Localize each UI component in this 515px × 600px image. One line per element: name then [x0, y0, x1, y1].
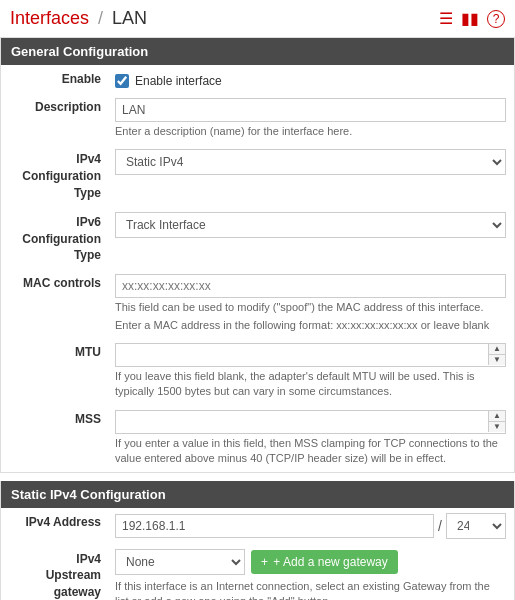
mss-label: MSS [1, 405, 111, 472]
add-gateway-button[interactable]: + + Add a new gateway [251, 550, 398, 574]
ipv6-config-select[interactable]: Track Interface Static IPv6 DHCP6 None [115, 212, 506, 238]
mtu-label: MTU [1, 338, 111, 405]
breadcrumb-root[interactable]: Interfaces [10, 8, 89, 28]
mss-increment[interactable]: ▲ [489, 411, 505, 422]
ipv4-address-field: / 32313029 28272625 242322 2120168 [111, 508, 514, 544]
static-ipv4-header: Static IPv4 Configuration [1, 481, 514, 508]
mss-row: MSS ▲ ▼ If you enter a value in this fie… [1, 405, 514, 472]
mss-help: If you enter a value in this field, then… [115, 436, 506, 467]
enable-checkbox-row: Enable interface [115, 70, 506, 88]
mtu-field: ▲ ▼ If you leave this field blank, the a… [111, 338, 514, 405]
cidr-slash: / [438, 518, 442, 534]
ipv4-address-label: IPv4 Address [1, 508, 111, 544]
mtu-input[interactable] [116, 344, 488, 366]
description-input[interactable] [115, 98, 506, 122]
static-ipv4-section: Static IPv4 Configuration IPv4 Address /… [0, 481, 515, 600]
enable-checkbox[interactable] [115, 74, 129, 88]
gateway-help1: If this interface is an Internet connect… [115, 579, 506, 600]
enable-field: Enable interface [111, 65, 514, 93]
upstream-gateway-select[interactable]: None [115, 549, 245, 575]
mac-input[interactable] [115, 274, 506, 298]
mtu-row: MTU ▲ ▼ If you leave this field blank, t… [1, 338, 514, 405]
help-icon[interactable]: ? [487, 10, 505, 28]
description-label: Description [1, 93, 111, 144]
general-config-section: General Configuration Enable Enable inte… [0, 38, 515, 473]
description-help: Enter a description (name) for the inter… [115, 124, 506, 139]
breadcrumb: Interfaces / LAN [10, 8, 147, 29]
filter-icon[interactable]: ☰ [439, 9, 453, 28]
static-ipv4-table: IPv4 Address / 32313029 28272625 242322 … [1, 508, 514, 600]
ipv6-config-label: IPv6ConfigurationType [1, 207, 111, 269]
enable-label: Enable [1, 65, 111, 93]
add-gateway-label: + Add a new gateway [273, 555, 387, 569]
ipv4-config-field: Static IPv4 DHCP PPPoE None [111, 144, 514, 206]
ipv6-config-row: IPv6ConfigurationType Track Interface St… [1, 207, 514, 269]
ipv4-config-label: IPv4ConfigurationType [1, 144, 111, 206]
cidr-select[interactable]: 32313029 28272625 242322 2120168 [446, 513, 506, 539]
mac-controls-row: MAC controls This field can be used to m… [1, 269, 514, 338]
mss-decrement[interactable]: ▼ [489, 422, 505, 432]
mtu-spinner: ▲ ▼ [115, 343, 506, 367]
upstream-gateway-row: IPv4Upstreamgateway None + + Add a new g… [1, 544, 514, 600]
ipv4-config-select[interactable]: Static IPv4 DHCP PPPoE None [115, 149, 506, 175]
mac-controls-label: MAC controls [1, 269, 111, 338]
mac-help1: This field can be used to modify ("spoof… [115, 300, 506, 315]
page-header: Interfaces / LAN ☰ ▮▮ ? [0, 0, 515, 38]
ipv6-config-field: Track Interface Static IPv6 DHCP6 None [111, 207, 514, 269]
ipv4-address-input[interactable] [115, 514, 434, 538]
description-row: Description Enter a description (name) f… [1, 93, 514, 144]
mac-help2: Enter a MAC address in the following for… [115, 318, 506, 333]
general-config-header: General Configuration [1, 38, 514, 65]
upstream-gateway-label: IPv4Upstreamgateway [1, 544, 111, 600]
mtu-spinner-btns: ▲ ▼ [488, 344, 505, 365]
ipv4-address-row-inner: / 32313029 28272625 242322 2120168 [115, 513, 506, 539]
add-gateway-plus: + [261, 555, 268, 569]
chart-icon[interactable]: ▮▮ [461, 9, 479, 28]
general-config-table: Enable Enable interface Description Ente… [1, 65, 514, 472]
mss-field: ▲ ▼ If you enter a value in this field, … [111, 405, 514, 472]
header-icons: ☰ ▮▮ ? [439, 9, 505, 28]
ipv4-address-row: IPv4 Address / 32313029 28272625 242322 … [1, 508, 514, 544]
mtu-help: If you leave this field blank, the adapt… [115, 369, 506, 400]
mss-spinner: ▲ ▼ [115, 410, 506, 434]
breadcrumb-separator: / [98, 8, 103, 28]
upstream-gateway-field: None + + Add a new gateway If this inter… [111, 544, 514, 600]
enable-checkbox-label: Enable interface [135, 74, 222, 88]
mss-input[interactable] [116, 411, 488, 433]
mss-spinner-btns: ▲ ▼ [488, 411, 505, 432]
enable-row: Enable Enable interface [1, 65, 514, 93]
mac-controls-field: This field can be used to modify ("spoof… [111, 269, 514, 338]
gateway-row: None + + Add a new gateway [115, 549, 506, 575]
description-field: Enter a description (name) for the inter… [111, 93, 514, 144]
mtu-increment[interactable]: ▲ [489, 344, 505, 355]
ipv4-config-row: IPv4ConfigurationType Static IPv4 DHCP P… [1, 144, 514, 206]
mtu-decrement[interactable]: ▼ [489, 355, 505, 365]
breadcrumb-current: LAN [112, 8, 147, 28]
